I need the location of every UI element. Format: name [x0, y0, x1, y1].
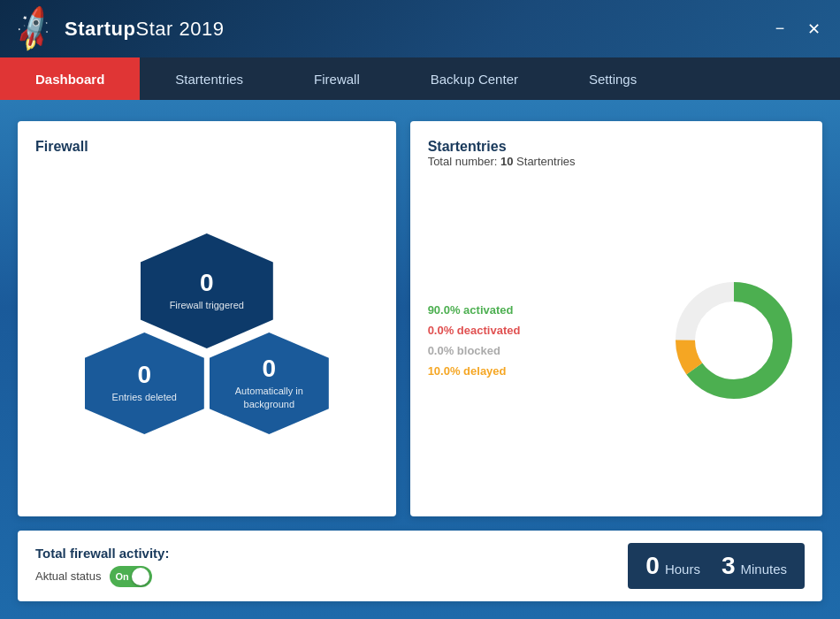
app-title-light: Star 2019: [136, 18, 225, 40]
minutes-block: 3 Minutes: [722, 552, 787, 580]
status-bar: Total firewall activity: Aktual status O…: [18, 531, 822, 601]
tab-startentries[interactable]: Startentries: [140, 57, 279, 100]
firewall-activity-title: Total firewall activity:: [35, 546, 169, 561]
firewall-card: Firewall 0 Firewall triggered 0 Entries …: [18, 121, 396, 516]
tab-firewall[interactable]: Firewall: [279, 57, 395, 100]
donut-chart: [663, 270, 805, 411]
main-content: Firewall 0 Firewall triggered 0 Entries …: [0, 100, 840, 619]
legend-blocked: 0.0% blocked: [428, 344, 521, 357]
time-display: 0 Hours 3 Minutes: [628, 543, 805, 589]
title-bar-left: 🚀 StartupStar 2019: [14, 11, 224, 48]
subtitle-prefix: Total number:: [428, 155, 498, 168]
cards-row: Firewall 0 Firewall triggered 0 Entries …: [18, 121, 822, 516]
status-left: Total firewall activity: Aktual status O…: [35, 546, 169, 587]
startentries-title: Startentries: [428, 139, 805, 155]
legend: 90.0% activated 0.0% deactivated 0.0% bl…: [428, 303, 521, 378]
tab-backup-center[interactable]: Backup Center: [395, 57, 554, 100]
minutes-value: 3: [722, 552, 736, 580]
hexagons-container: 0 Firewall triggered 0 Entries deleted 0…: [35, 169, 378, 499]
subtitle-suffix: Startentries: [516, 155, 575, 168]
hex-deleted-label: Entries deleted: [103, 391, 186, 403]
hex-triggered: 0 Firewall triggered: [141, 233, 273, 348]
hex-triggered-label: Firewall triggered: [161, 299, 253, 311]
app-title: StartupStar 2019: [65, 18, 224, 41]
total-count: 10: [500, 155, 513, 168]
nav-bar: Dashboard Startentries Firewall Backup C…: [0, 57, 840, 100]
toggle-on-label: On: [115, 571, 128, 582]
hex-auto-label: Automatically in background: [210, 385, 329, 410]
app-title-bold: Startup: [65, 18, 136, 40]
firewall-card-title: Firewall: [35, 139, 378, 155]
aktual-status-label: Aktual status: [35, 569, 101, 583]
hex-deleted-number: 0: [138, 363, 152, 387]
startentries-subtitle: Total number: 10 Startentries: [428, 155, 805, 168]
legend-activated: 90.0% activated: [428, 303, 521, 317]
hours-value: 0: [645, 552, 660, 580]
title-bar: 🚀 StartupStar 2019 − ✕: [0, 0, 840, 57]
hex-triggered-number: 0: [200, 271, 214, 295]
hex-auto-background: 0 Automatically in background: [210, 332, 329, 434]
legend-delayed: 10.0% delayed: [428, 364, 521, 378]
hex-top-wrapper: 0 Firewall triggered: [141, 233, 273, 340]
aktual-status-row: Aktual status On: [35, 566, 169, 587]
startentries-card: Startentries Total number: 10 Startentri…: [410, 121, 822, 516]
hours-block: 0 Hours: [645, 552, 700, 580]
close-button[interactable]: ✕: [801, 17, 826, 42]
hex-entries-deleted: 0 Entries deleted: [85, 332, 204, 434]
minimize-button[interactable]: −: [767, 17, 792, 42]
rocket-icon: 🚀: [8, 3, 61, 55]
donut-svg: [663, 270, 805, 411]
toggle-switch[interactable]: On: [110, 566, 152, 587]
svg-point-3: [697, 303, 771, 378]
title-bar-controls: − ✕: [767, 17, 826, 42]
legend-deactivated: 0.0% deactivated: [428, 324, 521, 337]
chart-area: 90.0% activated 0.0% deactivated 0.0% bl…: [428, 182, 805, 499]
toggle-knob: [132, 568, 149, 585]
tab-settings[interactable]: Settings: [554, 57, 672, 100]
minutes-unit: Minutes: [740, 562, 787, 577]
tab-dashboard[interactable]: Dashboard: [0, 57, 140, 100]
hex-auto-number: 0: [263, 356, 277, 381]
hours-unit: Hours: [665, 562, 700, 577]
